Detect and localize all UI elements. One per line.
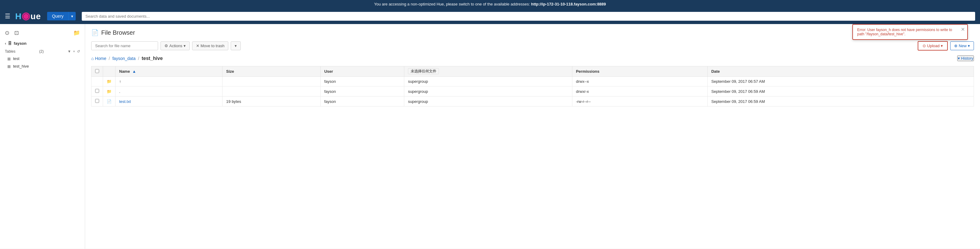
table-row: 📁 . fayson supergroup drwxr-x September … bbox=[92, 86, 974, 96]
content-area: 📄 File Browser ⚙ Actions ▾ ✕ Move to tra… bbox=[85, 24, 980, 249]
filter-icon[interactable]: ▼ bbox=[67, 49, 71, 54]
breadcrumb-sep-2: / bbox=[138, 56, 139, 61]
logo-ue: ue bbox=[30, 11, 41, 21]
upload-icon: ⊙ bbox=[923, 43, 926, 48]
table-icon: ▦ bbox=[7, 64, 11, 69]
sidebar-share-icon[interactable]: ⊡ bbox=[14, 30, 19, 36]
table-icon: ▦ bbox=[7, 57, 11, 61]
move-to-trash-label: Move to trash bbox=[200, 43, 224, 48]
row-icon-cell: 📄 bbox=[103, 96, 116, 107]
move-to-trash-button[interactable]: ✕ Move to trash bbox=[192, 42, 229, 50]
row-checkbox-cell bbox=[92, 86, 103, 96]
sidebar-item-test-hive[interactable]: ▦ test_hive bbox=[0, 62, 85, 70]
sidebar-db-name: fayson bbox=[14, 41, 27, 46]
breadcrumb-current: test_hive bbox=[142, 56, 162, 61]
actions-button[interactable]: ⚙ Actions ▾ bbox=[161, 42, 190, 50]
error-message: Error: User fayson_h does not have permi… bbox=[857, 28, 952, 36]
sidebar-home-icon[interactable]: ⊙ bbox=[5, 30, 10, 36]
query-dropdown-button[interactable]: ▾ bbox=[68, 12, 76, 21]
header-icon-col bbox=[103, 66, 116, 77]
logo-h: H bbox=[15, 11, 22, 21]
page-title-container: 📄 File Browser bbox=[91, 29, 974, 36]
header-size: Size bbox=[223, 66, 321, 77]
actions-label: Actions bbox=[169, 43, 182, 48]
sort-icon: ▲ bbox=[132, 69, 136, 73]
header-name[interactable]: Name ▲ bbox=[116, 66, 223, 77]
notification-bar: You are accessing a non-optimized Hue, p… bbox=[0, 0, 980, 8]
search-input[interactable] bbox=[91, 42, 158, 50]
file-name: . bbox=[119, 89, 120, 94]
row-checkbox[interactable] bbox=[95, 89, 99, 93]
row-user-cell: fayson bbox=[320, 77, 404, 86]
chevron-left-icon: ‹ bbox=[5, 41, 6, 46]
row-icon-cell: 📁 bbox=[103, 86, 116, 96]
breadcrumb-left: ⌂ Home / fayson_data / test_hive bbox=[91, 56, 162, 61]
file-table: Name ▲ Size User 未选择任何文件 Permissions Dat… bbox=[91, 66, 974, 107]
tables-label: Tables bbox=[5, 49, 16, 54]
new-dropdown-icon: ▾ bbox=[968, 43, 970, 48]
file-table-body: 📁 ↑ fayson supergroup drwx--x September … bbox=[92, 77, 974, 107]
notification-link[interactable]: http://ip-172-31-10-118.fayson.com:8889 bbox=[531, 2, 606, 6]
new-label: New bbox=[959, 43, 967, 48]
table-header-row: Name ▲ Size User 未选择任何文件 Permissions Dat… bbox=[92, 66, 974, 77]
more-options-button[interactable]: ▾ bbox=[231, 42, 241, 50]
row-checkbox-cell bbox=[92, 77, 103, 86]
breadcrumb-path1[interactable]: fayson_data bbox=[113, 56, 135, 61]
history-label: History bbox=[961, 56, 973, 61]
error-close-button[interactable]: ✕ bbox=[961, 27, 965, 32]
trash-icon: ✕ bbox=[196, 43, 199, 48]
dropdown-icon: ▾ bbox=[958, 56, 960, 61]
table-row: 📁 ↑ fayson supergroup drwx--x September … bbox=[92, 77, 974, 86]
add-table-icon[interactable]: + bbox=[73, 49, 75, 54]
row-permissions-cell: drwx--x bbox=[572, 77, 707, 86]
plus-icon: ⊕ bbox=[954, 43, 958, 48]
upload-dropdown-icon: ▾ bbox=[941, 43, 943, 48]
folder-icon: 📁 bbox=[107, 89, 111, 94]
row-user-cell: fayson bbox=[320, 86, 404, 96]
sidebar-db-item[interactable]: ‹ 🗄 fayson bbox=[0, 39, 85, 48]
history-button[interactable]: ▾ History bbox=[957, 56, 974, 61]
row-size-cell bbox=[223, 86, 321, 96]
global-search-input[interactable] bbox=[82, 12, 975, 21]
sidebar: ⊙ ⊡ 📁 ‹ 🗄 fayson Tables (2) ▼ + ↺ ▦ test… bbox=[0, 24, 85, 249]
error-popup: ✕ Error: User fayson_h does not have per… bbox=[852, 24, 968, 40]
sidebar-item-test[interactable]: ▦ test bbox=[0, 55, 85, 62]
file-link[interactable]: test.txt bbox=[119, 99, 131, 104]
new-button[interactable]: ⊕ New ▾ bbox=[950, 42, 974, 50]
folder-icon: 📁 bbox=[107, 79, 111, 84]
main-layout: ⊙ ⊡ 📁 ‹ 🗄 fayson Tables (2) ▼ + ↺ ▦ test… bbox=[0, 24, 980, 249]
header-checkbox-col bbox=[92, 66, 103, 77]
refresh-icon[interactable]: ↺ bbox=[77, 49, 80, 54]
header-date: Date bbox=[707, 66, 974, 77]
query-button[interactable]: Query bbox=[47, 12, 68, 21]
row-checkbox[interactable] bbox=[95, 99, 99, 103]
table-name-test-hive: test_hive bbox=[13, 64, 29, 69]
row-checkbox-cell bbox=[92, 96, 103, 107]
header-badge-col: 未选择任何文件 bbox=[404, 66, 573, 77]
select-all-checkbox[interactable] bbox=[95, 69, 99, 73]
row-name-cell: test.txt bbox=[116, 96, 223, 107]
breadcrumb-home[interactable]: ⌂ Home bbox=[91, 56, 107, 61]
actions-dropdown-icon: ▾ bbox=[184, 43, 186, 48]
row-date-cell: September 09, 2017 06:57 AM bbox=[707, 77, 974, 86]
hamburger-icon[interactable]: ☰ bbox=[5, 13, 10, 20]
row-size-cell: 19 bytes bbox=[223, 96, 321, 107]
upload-button[interactable]: ⊙ Upload ▾ bbox=[918, 41, 948, 51]
table-row: 📄 test.txt 19 bytes fayson supergroup -r… bbox=[92, 96, 974, 107]
toolbar: ⚙ Actions ▾ ✕ Move to trash ▾ ⊙ Upload ▾… bbox=[91, 41, 974, 51]
sidebar-folder-icon[interactable]: 📁 bbox=[73, 30, 80, 36]
row-permissions-cell: -rw-r--r-- bbox=[572, 96, 707, 107]
row-group-cell: supergroup bbox=[404, 77, 573, 86]
file-name: ↑ bbox=[119, 79, 121, 84]
upload-label: Upload bbox=[927, 43, 940, 48]
table-name-test: test bbox=[13, 56, 19, 61]
file-browser-icon: 📄 bbox=[91, 29, 99, 36]
query-button-group: Query ▾ bbox=[47, 12, 76, 21]
logo-dot: ◉ bbox=[22, 10, 30, 21]
row-permissions-cell: drwxr-x bbox=[572, 86, 707, 96]
tables-count: (2) bbox=[39, 49, 44, 54]
file-icon: 📄 bbox=[107, 99, 111, 104]
breadcrumb-sep-1: / bbox=[109, 56, 110, 61]
gear-icon: ⚙ bbox=[164, 43, 168, 48]
no-file-badge: 未选择任何文件 bbox=[408, 68, 439, 74]
